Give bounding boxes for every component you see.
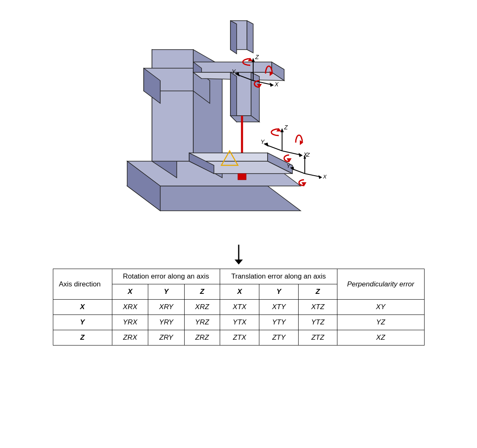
svg-marker-28 (252, 58, 255, 62)
svg-marker-4 (152, 50, 193, 161)
machine-diagram: Z X Y Z X (94, 8, 383, 240)
perp-cell: YZ (337, 315, 424, 330)
svg-marker-55 (318, 175, 322, 179)
rotation-cell-1: YRY (148, 315, 184, 330)
rotation-cell-0: XRX (112, 300, 148, 315)
translation-cell-0: YTX (220, 315, 259, 330)
trans-y-header: Y (259, 284, 299, 300)
svg-text:Z: Z (306, 152, 310, 158)
down-arrow (230, 244, 247, 265)
rotation-cell-2: YRZ (184, 315, 220, 330)
rotation-cell-2: ZRZ (184, 330, 220, 346)
svg-text:Z: Z (255, 54, 259, 60)
rotation-cell-0: ZRX (112, 330, 148, 346)
rotation-cell-2: XRZ (184, 300, 220, 315)
perp-error-header: Perpendicularity error (337, 269, 424, 300)
svg-marker-43 (299, 153, 303, 157)
translation-cell-0: ZTX (220, 330, 259, 346)
axis-cell: Y (53, 315, 112, 330)
translation-cell-2: XTZ (299, 300, 337, 315)
rotation-error-header: Rotation error along an axis (112, 269, 220, 284)
svg-marker-31 (270, 83, 274, 87)
error-table: Axis direction Rotation error along an a… (53, 269, 425, 346)
trans-z-header: Z (299, 284, 337, 300)
svg-text:Y: Y (287, 163, 291, 169)
perp-cell: XZ (337, 330, 424, 346)
rot-x-header: X (112, 284, 148, 300)
perp-cell: XY (337, 300, 424, 315)
axis-cell: Z (53, 330, 112, 346)
svg-text:Z: Z (284, 124, 288, 131)
translation-cell-2: ZTZ (299, 330, 337, 346)
rot-y-header: Y (148, 284, 184, 300)
trans-x-header: X (220, 284, 259, 300)
axis-cell: X (53, 300, 112, 315)
axis-direction-header: Axis direction (53, 269, 112, 300)
svg-marker-62 (235, 260, 243, 265)
rotation-cell-0: YRX (112, 315, 148, 330)
svg-marker-25 (230, 21, 237, 54)
rot-z-header: Z (184, 284, 220, 300)
svg-rect-23 (238, 174, 246, 180)
translation-error-header: Translation error along an axis (220, 269, 337, 284)
svg-marker-15 (251, 72, 259, 122)
translation-cell-2: YTZ (299, 315, 337, 330)
translation-cell-1: ZTY (259, 330, 299, 346)
svg-marker-14 (230, 72, 237, 122)
translation-cell-1: XTY (259, 300, 299, 315)
svg-marker-26 (247, 21, 253, 53)
svg-text:X: X (323, 174, 327, 180)
svg-marker-40 (280, 128, 284, 132)
translation-cell-0: XTX (220, 300, 259, 315)
svg-text:X: X (274, 81, 279, 88)
svg-line-54 (305, 174, 320, 177)
translation-cell-1: YTY (259, 315, 299, 330)
rotation-cell-1: XRY (148, 300, 184, 315)
rotation-cell-1: ZRY (148, 330, 184, 346)
svg-line-42 (282, 151, 301, 155)
